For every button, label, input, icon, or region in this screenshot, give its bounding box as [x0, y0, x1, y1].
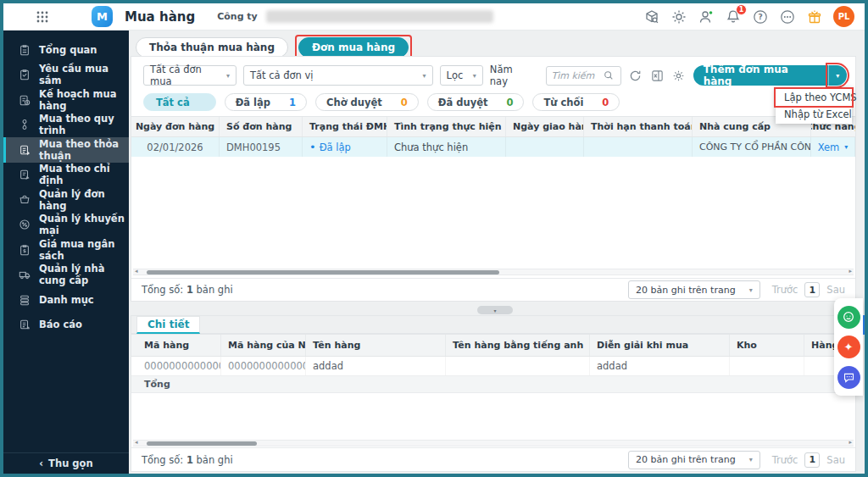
search-box[interactable]	[546, 66, 620, 86]
tab-chi-tiet[interactable]: Chi tiết	[136, 316, 200, 334]
total-count: 1	[186, 284, 193, 296]
prev-page-button[interactable]: Trước	[772, 454, 798, 466]
detail-footer: Tổng số: 1 bản ghi 20 bản ghi trên trang…	[131, 447, 855, 471]
sidebar-item-ke-hoach-mua-hang[interactable]: Kế hoạch mua hàng	[3, 87, 129, 113]
app-logo[interactable]: M	[92, 6, 113, 27]
refresh-icon[interactable]	[628, 68, 643, 83]
orders-panel: Tất cả đơn mua ▾ Tất cả đơn vị ▾ Lọc ▾ N…	[131, 56, 856, 302]
panel-collapse-handle[interactable]: ▾	[477, 306, 513, 314]
detail-table-row[interactable]: 0000000000000000... 0000000000000000... …	[131, 357, 855, 376]
assigned-purchase-icon	[19, 169, 31, 180]
cell-ten-hang: addad	[306, 357, 446, 375]
chatbot-assistant-icon[interactable]	[837, 306, 860, 329]
col-header[interactable]: Tên hàng	[306, 335, 446, 356]
total-unit: bản ghi	[197, 454, 233, 466]
product-search-icon[interactable]	[643, 8, 659, 25]
detail-hscrollbar[interactable]: ◂ ▸	[133, 440, 854, 446]
col-header[interactable]: Tên hàng bằng tiếng anh	[446, 335, 590, 356]
next-page-button[interactable]: Sau	[826, 454, 845, 466]
scroll-thumb[interactable]	[147, 441, 257, 446]
count-badge: 0	[506, 97, 513, 108]
col-header[interactable]: Thời hạn thanh toán	[584, 117, 693, 136]
sidebar-item-danh-muc[interactable]: Danh mục	[3, 287, 129, 313]
sidebar-item-bao-cao[interactable]: Báo cáo	[3, 313, 129, 338]
menu-item-lap-theo-ycms[interactable]: Lập theo YCMS	[776, 89, 852, 106]
scroll-right-icon[interactable]: ▸	[849, 439, 852, 446]
sidebar-item-mua-theo-quy-trinh[interactable]: Mua theo quy trình	[3, 113, 129, 138]
cell-status: • Đã lập	[303, 137, 387, 157]
add-order-split-button: Thêm đơn mua hàng ▾	[693, 65, 847, 86]
table-settings-gear-icon[interactable]	[671, 68, 687, 83]
cell-ma-hang-ncc: 0000000000000000...	[221, 357, 306, 375]
col-header[interactable]: Diễn giải khi mua	[590, 335, 730, 356]
unit-select[interactable]: Tất cả đơn vị ▾	[243, 65, 433, 86]
search-input[interactable]	[551, 70, 604, 81]
col-header[interactable]: Tình trạng thực hiện	[387, 117, 506, 136]
chip-da-lap[interactable]: Đã lập 1	[225, 93, 307, 111]
export-excel-icon[interactable]	[649, 68, 665, 83]
chat-messages-icon[interactable]	[837, 366, 860, 389]
add-order-dropdown-arrow[interactable]: ▾	[828, 65, 847, 86]
order-type-select[interactable]: Tất cả đơn mua ▾	[143, 65, 236, 86]
main-content: Thỏa thuận mua hàng Đơn mua hàng Tất cả …	[129, 31, 865, 474]
more-options-icon[interactable]	[779, 8, 795, 25]
scroll-thumb[interactable]	[147, 270, 499, 275]
chip-tat-ca[interactable]: Tất cả	[143, 93, 216, 111]
col-header[interactable]: Mã hàng của NCC	[221, 335, 306, 356]
category-icon	[19, 294, 31, 306]
order-table-row[interactable]: 02/01/2026 DMH00195 • Đã lập Chưa thực h…	[131, 137, 855, 157]
tab-thoa-thuan-mua-hang[interactable]: Thỏa thuận mua hàng	[136, 37, 288, 58]
sidebar-item-label: Quản lý đơn hàng	[39, 188, 129, 212]
user-avatar[interactable]: PL	[833, 6, 854, 27]
sidebar-item-quan-ly-nha-cung-cap[interactable]: Quản lý nhà cung cấp	[3, 263, 129, 288]
filter-button[interactable]: Lọc ▾	[440, 65, 483, 86]
app-body: Tổng quan Yêu cầu mua sắm Kế hoạch mua h…	[3, 31, 865, 474]
add-order-button[interactable]: Thêm đơn mua hàng	[693, 65, 828, 86]
prev-page-button[interactable]: Trước	[772, 284, 798, 296]
sidebar-collapse-button[interactable]: ‹ Thu gọn	[3, 452, 129, 474]
next-page-button[interactable]: Sau	[826, 284, 845, 296]
tab-don-mua-hang[interactable]: Đơn mua hàng	[298, 37, 409, 58]
sidebar-item-label: Giá mua ngân sách	[39, 238, 129, 262]
add-user-icon[interactable]	[698, 8, 714, 25]
col-header[interactable]: Ngày giao hàng	[506, 117, 584, 136]
col-header[interactable]: Trạng thái ĐMH	[303, 117, 387, 136]
col-header[interactable]: Kho	[730, 335, 804, 356]
col-header[interactable]: Mã hàng	[131, 335, 221, 356]
cell-delivery-date	[506, 137, 584, 157]
pager: Trước 1 Sau	[772, 452, 845, 468]
sidebar-item-quan-ly-khuyen-mai[interactable]: Quản lý khuyến mại	[3, 213, 129, 238]
col-header[interactable]: Số đơn hàng	[220, 117, 303, 136]
chevron-down-icon: ▾	[473, 72, 476, 80]
promotion-gift-icon[interactable]	[806, 8, 822, 25]
ai-sparkle-icon[interactable]: ✦	[837, 336, 860, 358]
orders-hscrollbar[interactable]: ◂ ▸	[133, 269, 854, 275]
menu-item-nhap-tu-excel[interactable]: Nhập từ Excel	[776, 106, 852, 123]
cell-action-xem[interactable]: Xem ▾	[811, 137, 855, 157]
sidebar-item-tong-quan[interactable]: Tổng quan	[3, 37, 129, 63]
sidebar-item-yeu-cau-mua-sam[interactable]: Yêu cầu mua sắm	[3, 63, 129, 88]
sidebar-item-mua-theo-thoa-thuan[interactable]: Mua theo thỏa thuận	[3, 137, 129, 163]
total-count: 1	[186, 454, 193, 466]
current-page[interactable]: 1	[804, 452, 820, 468]
page-size-select[interactable]: 20 bản ghi trên trang ▾	[628, 451, 760, 469]
sidebar-item-quan-ly-don-hang[interactable]: Quản lý đơn hàng	[3, 187, 129, 213]
scroll-left-icon[interactable]: ◂	[135, 439, 138, 446]
search-icon	[604, 70, 614, 80]
scroll-right-icon[interactable]: ▸	[849, 268, 852, 275]
notification-bell-icon[interactable]: 1	[725, 8, 741, 25]
chip-cho-duyet[interactable]: Chờ duyệt 0	[315, 93, 419, 111]
settings-gear-icon[interactable]	[670, 8, 687, 25]
sidebar-item-mua-theo-chi-dinh[interactable]: Mua theo chỉ định	[3, 163, 129, 188]
chip-tu-choi[interactable]: Từ chối 0	[532, 93, 620, 111]
sidebar-item-label: Mua theo quy trình	[39, 113, 129, 136]
scroll-left-icon[interactable]: ◂	[135, 268, 138, 275]
sidebar-item-gia-mua-ngan-sach[interactable]: $ Giá mua ngân sách	[3, 237, 129, 263]
col-header[interactable]: Ngày đơn hàng	[131, 117, 220, 136]
help-icon[interactable]: ?	[752, 8, 768, 25]
apps-grid-icon[interactable]	[36, 10, 49, 24]
page-size-select[interactable]: 20 bản ghi trên trang ▾	[628, 280, 760, 299]
current-page[interactable]: 1	[804, 282, 820, 297]
order-management-icon	[19, 194, 31, 206]
chip-da-duyet[interactable]: Đã duyệt 0	[427, 93, 525, 111]
